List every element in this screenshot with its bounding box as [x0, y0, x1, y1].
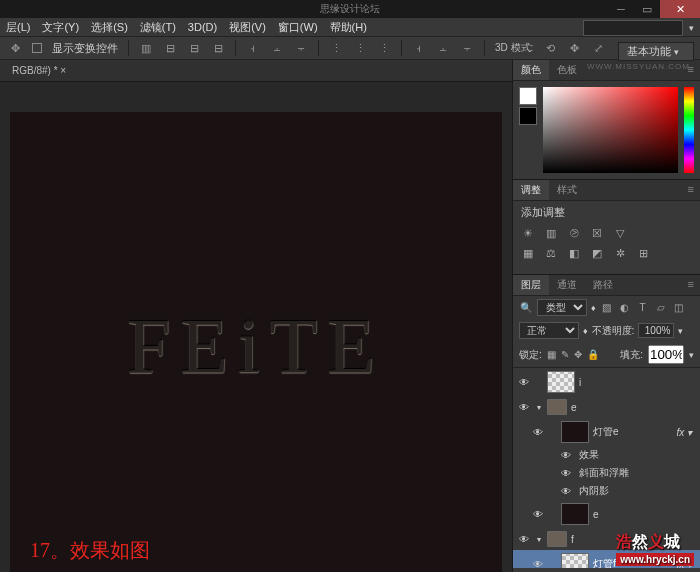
dist-icon[interactable]: ⫞: [412, 41, 426, 55]
layer-name[interactable]: 灯管e: [593, 425, 619, 439]
twirl-icon[interactable]: ▾: [535, 403, 543, 412]
vibrance-icon[interactable]: ▽: [613, 226, 627, 240]
menu-filter[interactable]: 滤镜(T): [140, 20, 176, 35]
levels-icon[interactable]: ▥: [544, 226, 558, 240]
menu-3d[interactable]: 3D(D): [188, 21, 217, 33]
dist-icon[interactable]: ⫟: [460, 41, 474, 55]
visibility-icon[interactable]: 👁: [531, 559, 545, 569]
fx-bevel[interactable]: 👁斜面和浮雕: [513, 464, 700, 482]
search-dropdown-icon[interactable]: ▾: [689, 23, 694, 33]
filter-text-icon[interactable]: T: [636, 301, 650, 315]
filter-type-select[interactable]: 类型: [537, 299, 587, 316]
layer-name[interactable]: i: [579, 377, 581, 388]
search-input[interactable]: [583, 20, 683, 36]
fx-badge[interactable]: fx ▾: [676, 427, 696, 438]
close-button[interactable]: ✕: [660, 0, 700, 18]
hue-slider[interactable]: [684, 87, 694, 173]
workspace-dropdown[interactable]: 基本功能 ▾: [618, 42, 694, 61]
lookup-icon[interactable]: ⊞: [636, 246, 650, 260]
align-icon[interactable]: ⊟: [211, 41, 225, 55]
filter-image-icon[interactable]: ▧: [600, 301, 614, 315]
curves-icon[interactable]: ⧁: [567, 226, 581, 240]
filter-adjust-icon[interactable]: ◐: [618, 301, 632, 315]
tab-layers[interactable]: 图层: [513, 275, 549, 295]
align-icon[interactable]: ⊟: [187, 41, 201, 55]
move-tool-icon[interactable]: ✥: [8, 41, 22, 55]
checkbox[interactable]: [32, 43, 42, 53]
lock-pos-icon[interactable]: ✥: [574, 349, 582, 360]
document-tab[interactable]: RGB/8#) * ×: [6, 63, 72, 78]
minimize-button[interactable]: ─: [608, 0, 634, 18]
align-icon[interactable]: ⫞: [246, 41, 260, 55]
layer-name[interactable]: e: [593, 509, 599, 520]
layer-name[interactable]: 灯管f: [593, 557, 616, 568]
layer-thumb[interactable]: [561, 553, 589, 568]
tab-adjustments[interactable]: 调整: [513, 180, 549, 200]
menu-layer[interactable]: 层(L): [6, 20, 30, 35]
opacity-input[interactable]: [638, 323, 674, 338]
search-icon[interactable]: 🔍: [519, 301, 533, 315]
layer-row[interactable]: 👁 i: [513, 368, 700, 396]
align-icon[interactable]: ⫠: [270, 41, 284, 55]
layer-thumb[interactable]: [561, 421, 589, 443]
foreground-swatch[interactable]: [519, 87, 537, 105]
menu-select[interactable]: 选择(S): [91, 20, 128, 35]
exposure-icon[interactable]: ☒: [590, 226, 604, 240]
layer-row[interactable]: 👁 ▾ e: [513, 396, 700, 418]
visibility-icon[interactable]: 👁: [517, 534, 531, 545]
visibility-icon[interactable]: 👁: [531, 509, 545, 520]
mixer-icon[interactable]: ✲: [613, 246, 627, 260]
blend-mode-select[interactable]: 正常: [519, 322, 579, 339]
dist-icon[interactable]: ⋮: [377, 41, 391, 55]
background-swatch[interactable]: [519, 107, 537, 125]
menu-view[interactable]: 视图(V): [229, 20, 266, 35]
dist-icon[interactable]: ⫠: [436, 41, 450, 55]
align-icon[interactable]: ⊟: [163, 41, 177, 55]
layer-row[interactable]: 👁 e: [513, 500, 700, 528]
tab-color[interactable]: 颜色: [513, 60, 549, 80]
visibility-icon[interactable]: 👁: [531, 427, 545, 438]
panel-menu-icon[interactable]: ≡: [682, 180, 700, 200]
layer-name[interactable]: f: [571, 534, 574, 545]
menu-help[interactable]: 帮助(H): [330, 20, 367, 35]
panel-menu-icon[interactable]: ≡: [682, 275, 700, 295]
maximize-button[interactable]: ▭: [634, 0, 660, 18]
balance-icon[interactable]: ⚖: [544, 246, 558, 260]
lock-pixels-icon[interactable]: ✎: [561, 349, 569, 360]
fill-input[interactable]: [648, 345, 684, 364]
orbit-icon[interactable]: ⟲: [543, 41, 557, 55]
hue-icon[interactable]: ▦: [521, 246, 535, 260]
tab-paths[interactable]: 路径: [585, 275, 621, 295]
tab-swatches[interactable]: 色板: [549, 60, 585, 80]
zoom-icon[interactable]: ⤢: [591, 41, 605, 55]
layer-thumb[interactable]: [561, 503, 589, 525]
filter-smart-icon[interactable]: ◫: [672, 301, 686, 315]
tab-styles[interactable]: 样式: [549, 180, 585, 200]
visibility-icon[interactable]: 👁: [517, 377, 531, 388]
fx-effects[interactable]: 👁效果: [513, 446, 700, 464]
folder-icon[interactable]: [547, 531, 567, 547]
visibility-icon[interactable]: 👁: [517, 402, 531, 413]
bw-icon[interactable]: ◧: [567, 246, 581, 260]
photo-filter-icon[interactable]: ◩: [590, 246, 604, 260]
align-icon[interactable]: ⫟: [294, 41, 308, 55]
dist-icon[interactable]: ⋮: [353, 41, 367, 55]
filter-shape-icon[interactable]: ▱: [654, 301, 668, 315]
layer-name[interactable]: e: [571, 402, 577, 413]
color-picker[interactable]: [543, 87, 678, 173]
lock-all-icon[interactable]: 🔒: [587, 349, 599, 360]
brightness-icon[interactable]: ☀: [521, 226, 535, 240]
pan-icon[interactable]: ✥: [567, 41, 581, 55]
canvas[interactable]: FEiTE 17。效果如图: [10, 112, 502, 572]
dist-icon[interactable]: ⋮: [329, 41, 343, 55]
layer-row[interactable]: 👁 灯管e fx ▾: [513, 418, 700, 446]
fx-inner-shadow[interactable]: 👁内阴影: [513, 482, 700, 500]
menu-window[interactable]: 窗口(W): [278, 20, 318, 35]
menu-text[interactable]: 文字(Y): [42, 20, 79, 35]
twirl-icon[interactable]: ▾: [535, 535, 543, 544]
tab-channels[interactable]: 通道: [549, 275, 585, 295]
lock-trans-icon[interactable]: ▦: [547, 349, 556, 360]
folder-icon[interactable]: [547, 399, 567, 415]
align-icon[interactable]: ▥: [139, 41, 153, 55]
layer-thumb[interactable]: [547, 371, 575, 393]
